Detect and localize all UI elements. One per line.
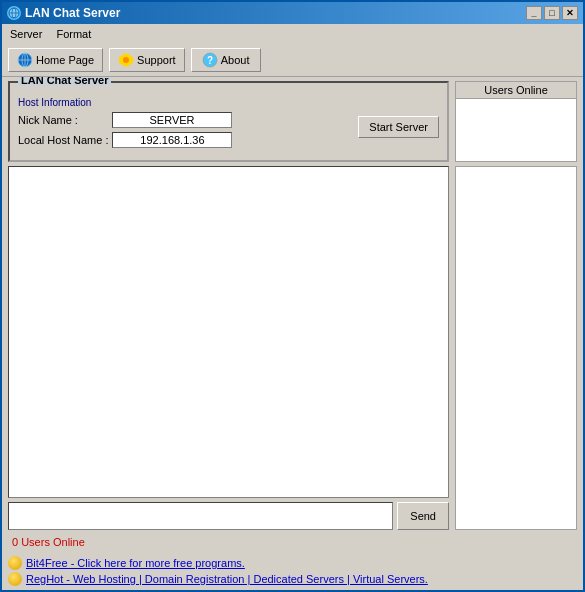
chat-column: Send — [8, 166, 449, 530]
link-bullet-2 — [8, 572, 22, 586]
home-page-button[interactable]: Home Page — [8, 48, 103, 72]
about-button[interactable]: ? About — [191, 48, 261, 72]
start-server-button[interactable]: Start Server — [358, 116, 439, 138]
menu-format[interactable]: Format — [53, 27, 94, 41]
menu-bar: Server Format — [2, 24, 583, 44]
users-online-panel: Users Online — [455, 81, 577, 162]
window-icon — [7, 6, 21, 20]
lan-panel-title: LAN Chat Server — [18, 77, 111, 86]
window-title: LAN Chat Server — [25, 6, 120, 20]
input-row: Send — [8, 502, 449, 530]
support-icon — [118, 52, 134, 68]
window-controls: _ □ ✕ — [526, 6, 578, 20]
host-fields: Nick Name : Local Host Name : — [18, 112, 232, 152]
chat-display[interactable] — [8, 166, 449, 498]
middle-section: Send — [8, 166, 577, 530]
link-1[interactable]: Bit4Free - Click here for more free prog… — [26, 557, 245, 569]
title-bar: LAN Chat Server _ □ ✕ — [2, 2, 583, 24]
nick-name-label: Nick Name : — [18, 114, 108, 126]
about-icon: ? — [202, 52, 218, 68]
link-row-2: RegHot - Web Hosting | Domain Registrati… — [8, 572, 577, 586]
chat-input[interactable] — [8, 502, 393, 530]
support-button[interactable]: Support — [109, 48, 185, 72]
link-bullet-1 — [8, 556, 22, 570]
lan-chat-panel: LAN Chat Server Host Information Nick Na… — [8, 81, 449, 162]
maximize-button[interactable]: □ — [544, 6, 560, 20]
users-count: 0 Users Online — [8, 534, 577, 550]
users-online-list — [456, 99, 576, 161]
close-button[interactable]: ✕ — [562, 6, 578, 20]
host-info-label: Host Information — [18, 97, 439, 108]
link-2[interactable]: RegHot - Web Hosting | Domain Registrati… — [26, 573, 428, 585]
toolbar: Home Page Support ? About — [2, 44, 583, 77]
users-side-panel — [455, 166, 577, 530]
users-online-header: Users Online — [456, 82, 576, 99]
send-button[interactable]: Send — [397, 502, 449, 530]
svg-point-9 — [123, 57, 129, 63]
links-section: Bit4Free - Click here for more free prog… — [2, 554, 583, 590]
minimize-button[interactable]: _ — [526, 6, 542, 20]
menu-server[interactable]: Server — [7, 27, 45, 41]
main-window: LAN Chat Server _ □ ✕ Server Format Home — [0, 0, 585, 592]
local-host-input[interactable] — [112, 132, 232, 148]
svg-text:?: ? — [207, 55, 213, 66]
main-content: LAN Chat Server Host Information Nick Na… — [2, 77, 583, 554]
nick-name-input[interactable] — [112, 112, 232, 128]
link-row-1: Bit4Free - Click here for more free prog… — [8, 556, 577, 570]
local-host-label: Local Host Name : — [18, 134, 108, 146]
home-icon — [17, 52, 33, 68]
